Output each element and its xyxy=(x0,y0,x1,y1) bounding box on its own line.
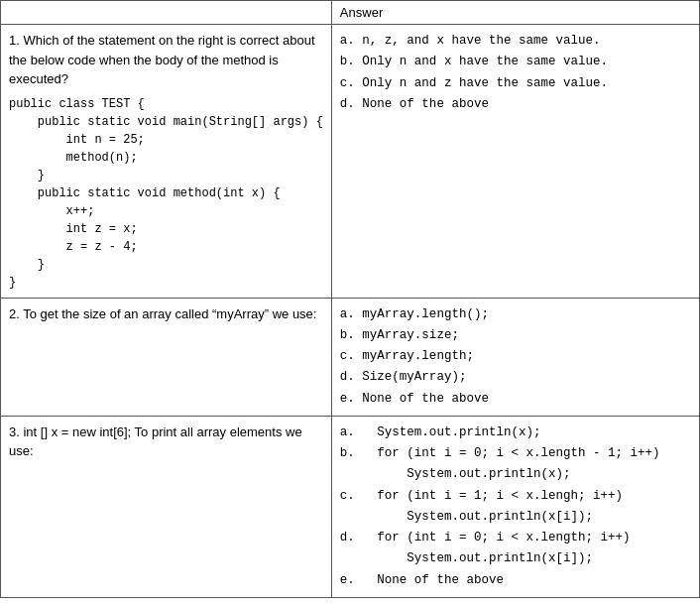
question-header xyxy=(1,1,332,25)
answer-cell-2: a. myArray.length(); b. myArray.size; c.… xyxy=(331,298,699,416)
question-text: 2. To get the size of an array called “m… xyxy=(9,304,323,324)
answer-cell-3: a. System.out.println(x); b. for (int i … xyxy=(331,416,699,597)
question-cell-2: 2. To get the size of an array called “m… xyxy=(1,298,332,416)
question-text: 3. int [] x = new int[6]; To print all a… xyxy=(9,423,323,461)
answer-options: a. myArray.length(); b. myArray.size; c.… xyxy=(340,304,691,410)
answer-cell-1: a. n, z, and x have the same value. b. O… xyxy=(331,25,699,299)
table-row: 3. int [] x = new int[6]; To print all a… xyxy=(1,416,700,597)
question-cell-3: 3. int [] x = new int[6]; To print all a… xyxy=(1,416,332,597)
question-text: 1. Which of the statement on the right i… xyxy=(9,31,323,89)
question-cell-1: 1. Which of the statement on the right i… xyxy=(1,25,332,299)
answer-options: a. System.out.println(x); b. for (int i … xyxy=(340,423,691,591)
table-row: 1. Which of the statement on the right i… xyxy=(1,25,700,299)
answer-options: a. n, z, and x have the same value. b. O… xyxy=(340,31,691,115)
table-row: 2. To get the size of an array called “m… xyxy=(1,298,700,416)
quiz-table: Answer 1. Which of the statement on the … xyxy=(0,0,700,598)
code-block: public class TEST { public static void m… xyxy=(9,95,323,292)
answer-header: Answer xyxy=(331,1,699,25)
